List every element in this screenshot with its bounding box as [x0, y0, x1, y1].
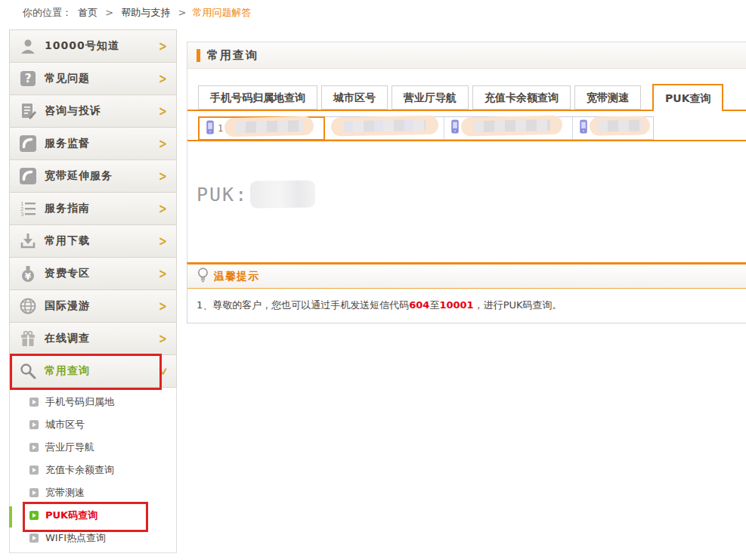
- tab-card-balance[interactable]: 充值卡余额查询: [472, 85, 571, 110]
- submenu-item-label: 宽带测速: [45, 486, 85, 500]
- svg-text:¥: ¥: [25, 271, 32, 282]
- panel-header: 常用查询: [187, 42, 746, 69]
- submenu-item-wifi-hotspot[interactable]: WIFI热点查询: [10, 527, 176, 549]
- sidebar-item-faq[interactable]: ? 常见问题 >: [9, 62, 177, 95]
- phone-number-cell-selected[interactable]: 1: [198, 116, 325, 141]
- mobile-phone-icon: [450, 119, 460, 137]
- page: 你的位置： 首页 > 帮助与支持 > 常用问题解答 10000号知道 > ? 常…: [0, 0, 746, 560]
- sidebar-item-label: 宽带延伸服务: [45, 169, 113, 183]
- page-title: 常用查询: [207, 48, 258, 63]
- sidebar-item-international-roaming[interactable]: 国际漫游 >: [9, 289, 177, 323]
- gift-icon: [17, 329, 39, 348]
- submenu-item-card-balance[interactable]: 充值卡余额查询: [10, 459, 176, 481]
- tab-phone-location-query[interactable]: 手机号码归属地查询: [198, 85, 317, 110]
- tab-store-nav[interactable]: 营业厅导航: [392, 85, 469, 110]
- money-bag-icon: ¥: [17, 264, 39, 283]
- redacted-phone-number: [224, 116, 314, 136]
- tip-text: 至: [429, 299, 439, 311]
- person-icon: [17, 36, 39, 56]
- triangle-bullet-icon: [29, 511, 39, 520]
- tip-text: ，进行PUK码查询。: [474, 299, 562, 311]
- tip-text: 1、尊敬的客户，您也可以通过手机发送短信代码: [197, 299, 409, 311]
- svg-text:3: 3: [20, 212, 23, 218]
- redacted-phone-number: [590, 116, 651, 136]
- phone-number-cell[interactable]: [573, 117, 653, 139]
- puk-label: PUK:: [197, 184, 248, 206]
- sidebar-item-label: 在线调查: [45, 332, 90, 345]
- sidebar-item-label: 常见问题: [45, 72, 90, 85]
- tips-title: 温馨提示: [214, 270, 259, 283]
- svg-text:?: ?: [25, 72, 32, 85]
- sms-number: 10001: [439, 299, 473, 311]
- submenu-item-label: 手机号码归属地: [45, 395, 114, 409]
- breadcrumb-separator: >: [178, 7, 186, 18]
- phone-icon: [17, 166, 39, 186]
- title-accent-bar: [197, 49, 200, 62]
- sidebar-item-service-supervision[interactable]: 服务监督 >: [9, 127, 177, 160]
- submenu-item-phone-location[interactable]: 手机号码归属地: [10, 391, 176, 413]
- chevron-right-icon: >: [159, 266, 167, 281]
- submenu-item-label: PUK码查询: [45, 509, 98, 522]
- sidebar-item-tariff-zone[interactable]: ¥ 资费专区 >: [9, 257, 177, 290]
- phone-number-box: 1: [198, 116, 654, 140]
- sidebar-item-broadband-extension[interactable]: 宽带延伸服务 >: [9, 159, 177, 193]
- chevron-right-icon: >: [159, 169, 167, 184]
- chevron-right-icon: >: [159, 331, 167, 346]
- triangle-bullet-icon: [29, 420, 39, 429]
- mobile-phone-icon: [206, 120, 215, 138]
- triangle-bullet-icon: [29, 443, 39, 452]
- chevron-right-icon: >: [159, 136, 167, 151]
- chevron-right-icon: >: [159, 104, 167, 119]
- sidebar-item-online-survey[interactable]: 在线调查 >: [9, 322, 177, 355]
- sidebar-item-10000hao[interactable]: 10000号知道 >: [9, 29, 177, 63]
- sidebar: 10000号知道 > ? 常见问题 > 咨询与投诉 > 服务监督 >: [9, 30, 177, 553]
- triangle-bullet-icon: [29, 466, 39, 475]
- mobile-phone-icon: [579, 119, 588, 137]
- tips-body: 1、尊敬的客户，您也可以通过手机发送短信代码604至10001，进行PUK码查询…: [187, 289, 746, 312]
- phone-number-row: 1: [187, 116, 746, 141]
- sidebar-item-downloads[interactable]: 常用下载 >: [9, 224, 177, 258]
- triangle-bullet-icon: [29, 488, 39, 497]
- chevron-right-icon: >: [159, 71, 167, 86]
- sidebar-item-common-queries[interactable]: 常用查询 >: [9, 354, 177, 388]
- submenu-item-label: 城市区号: [45, 418, 85, 432]
- sidebar-item-label: 常用下载: [45, 234, 90, 248]
- sidebar-item-label: 资费专区: [45, 267, 90, 280]
- chevron-right-icon: >: [159, 234, 167, 249]
- active-item-green-bar: [9, 506, 12, 528]
- sms-code: 604: [409, 299, 429, 311]
- submenu-item-speed-test[interactable]: 宽带测速: [10, 481, 176, 504]
- main-panel: 常用查询 手机号码归属地查询 城市区号 营业厅导航 充值卡余额查询 宽带测速 P…: [187, 42, 746, 323]
- sidebar-item-label: 服务指南: [45, 202, 90, 215]
- breadcrumb-home-link[interactable]: 首页: [78, 7, 98, 18]
- submenu-item-puk-query[interactable]: PUK码查询: [10, 504, 176, 527]
- chevron-right-icon: >: [159, 201, 167, 216]
- phone-number-cell[interactable]: [325, 117, 444, 139]
- tab-city-code[interactable]: 城市区号: [321, 85, 388, 110]
- tips-box: 温馨提示 1、尊敬的客户，您也可以通过手机发送短信代码604至10001，进行P…: [187, 262, 746, 323]
- sidebar-item-label: 常用查询: [45, 364, 90, 378]
- search-icon: [17, 361, 39, 381]
- triangle-bullet-icon: [29, 398, 39, 407]
- submenu-item-city-code[interactable]: 城市区号: [10, 413, 176, 436]
- sidebar-item-label: 咨询与投诉: [45, 104, 101, 118]
- phone-icon: [17, 134, 39, 153]
- question-icon: ?: [17, 69, 39, 88]
- submenu-item-label: WIFI热点查询: [45, 531, 106, 545]
- submenu-item-label: 充值卡余额查询: [45, 463, 114, 477]
- tips-header: 温馨提示: [187, 265, 746, 289]
- chevron-right-icon: >: [159, 299, 167, 314]
- globe-icon: [17, 296, 39, 316]
- sidebar-item-complaint[interactable]: 咨询与投诉 >: [9, 94, 177, 128]
- tab-speed-test[interactable]: 宽带测速: [574, 85, 641, 110]
- breadcrumb-label: 你的位置：: [23, 7, 72, 18]
- sidebar-submenu: 手机号码归属地 城市区号 营业厅导航 充值卡余额查询 宽带测速 PUK码查询: [9, 388, 177, 553]
- download-icon: [17, 231, 39, 251]
- tab-puk-query[interactable]: PUK查询: [652, 84, 723, 111]
- breadcrumb-support-link[interactable]: 帮助与支持: [121, 7, 170, 18]
- breadcrumb-current: 常用问题解答: [193, 7, 252, 18]
- sidebar-item-service-guide[interactable]: 123 服务指南 >: [9, 192, 177, 225]
- phone-number-cell[interactable]: [444, 117, 573, 139]
- submenu-item-store-nav[interactable]: 营业厅导航: [10, 436, 176, 459]
- visible-digit: 1: [218, 123, 223, 134]
